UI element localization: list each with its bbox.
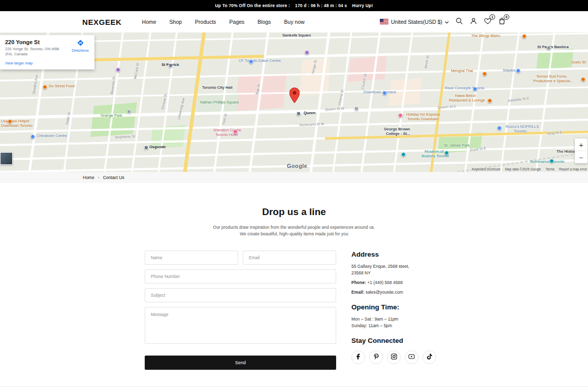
pinterest-link[interactable] [369, 350, 383, 364]
poi-pin-icon[interactable] [305, 50, 309, 55]
zoom-out-button[interactable]: − [575, 151, 587, 163]
email-label: Email: [351, 290, 365, 295]
opening-time-title: Opening Time: [351, 303, 463, 311]
poi-pin-icon[interactable] [546, 46, 551, 50]
page-title: Drop us a line [0, 206, 588, 218]
zoom-in-button[interactable]: + [575, 138, 587, 151]
poi-pin-icon[interactable] [8, 119, 12, 124]
subject-input[interactable] [145, 288, 336, 302]
phone-input[interactable] [145, 269, 336, 284]
poi-pin-icon[interactable] [233, 129, 238, 134]
address-line-1: 55 Gallaxy Enque, 2568 steet, [351, 263, 463, 270]
poi-pin-icon[interactable] [43, 85, 47, 89]
nav-home[interactable]: Home [142, 19, 156, 25]
poi-pin-icon[interactable] [516, 68, 520, 73]
nav-pages[interactable]: Pages [230, 19, 245, 25]
header: NEXGEEK Home Shop Products Pages Blogs B… [0, 11, 588, 32]
main-nav: Home Shop Products Pages Blogs Buy now [142, 19, 305, 25]
poi-pin-icon[interactable] [497, 126, 502, 130]
locale-selector[interactable]: United States(USD $) [380, 19, 449, 25]
contact-form: Send [145, 251, 336, 370]
social-links [351, 350, 463, 364]
google-logo[interactable]: Google [287, 163, 307, 169]
announcement-bar: Up To 70% Off On the entire store : 170 … [0, 0, 588, 11]
poi-pin-icon[interactable] [30, 134, 35, 139]
nav-shop[interactable]: Shop [170, 19, 182, 25]
message-textarea[interactable] [145, 307, 336, 344]
phone-line: Phone: +1 (440) 568 4568 [351, 279, 463, 286]
announcement-message: Up To 70% Off On the entire store : [215, 3, 290, 8]
facebook-link[interactable] [351, 350, 365, 364]
subtitle-line-2: We create beautiful, high–quality items … [0, 231, 588, 237]
poi-pin-icon[interactable] [487, 98, 492, 103]
poi-pin-icon[interactable] [473, 87, 477, 91]
breadcrumb-chevron-icon: › [98, 175, 100, 180]
opening-line-2: Sunday: 11am – 5pm [351, 323, 463, 329]
account-button[interactable] [470, 17, 477, 26]
cart-button[interactable]: 0 [498, 17, 506, 26]
keyboard-shortcuts-link[interactable]: Keyboard shortcuts [472, 167, 500, 171]
terms-link[interactable]: Terms [545, 167, 554, 171]
instagram-link[interactable] [387, 350, 401, 364]
transit-station-icon[interactable] [144, 146, 148, 150]
transit-station-icon[interactable] [169, 63, 173, 67]
nav-products[interactable]: Products [195, 19, 216, 25]
map-info-card: 220 Yonge St 220 Yonge St, Toronto, ON M… [0, 35, 94, 69]
poi-pin-icon[interactable] [116, 67, 120, 72]
tiktok-icon [427, 354, 432, 361]
wishlist-count-badge: 1 [489, 14, 495, 20]
poi-pin-icon[interactable] [249, 59, 253, 64]
poi-pin-icon[interactable] [549, 159, 554, 163]
poi-pin-icon[interactable] [401, 152, 406, 157]
youtube-link[interactable] [405, 350, 418, 364]
announcement-cta: Hurry Up! [352, 3, 373, 8]
poi-pin-icon[interactable] [482, 72, 487, 76]
transit-station-icon[interactable] [297, 112, 301, 116]
stay-connected-title: Stay Connected [351, 337, 463, 344]
transit-station-icon[interactable] [127, 110, 131, 114]
poi-pin-icon[interactable] [522, 34, 527, 39]
streetview-thumb[interactable] [0, 152, 13, 165]
account-icon [470, 17, 477, 26]
transit-station-icon[interactable] [354, 107, 358, 111]
search-icon [455, 17, 463, 26]
us-flag-icon [380, 19, 388, 25]
map-footer: Keyboard shortcuts Map data ©2025 Google… [472, 167, 587, 171]
opening-line-1: Mon – Sat : 9am – 11pm [351, 316, 463, 323]
tiktok-link[interactable] [422, 350, 436, 364]
email-value[interactable]: sales@yousite.com [366, 290, 403, 295]
nav-blogs[interactable]: Blogs [257, 19, 271, 25]
poi-pin-icon[interactable] [382, 91, 387, 95]
send-button[interactable]: Send [145, 356, 336, 370]
breadcrumb: Home › Contact Us [0, 172, 588, 183]
contact-info: Address 55 Gallaxy Enque, 2568 steet, 23… [351, 251, 463, 370]
map-zoom-controls: + − [575, 138, 587, 163]
directions-link[interactable]: Directions [70, 40, 90, 53]
locale-label: United States(USD $) [391, 19, 442, 25]
instagram-icon [391, 354, 397, 361]
report-error-link[interactable]: Report a map error [559, 167, 587, 171]
cart-count-badge: 0 [504, 14, 509, 20]
phone-label: Phone: [351, 280, 366, 285]
google-map[interactable]: Sankofa SquareThe Wings BistroSt Paul's … [0, 32, 588, 172]
poi-pin-icon[interactable] [581, 77, 585, 82]
breadcrumb-home[interactable]: Home [83, 175, 94, 180]
youtube-icon [408, 354, 415, 361]
logo[interactable]: NEXGEEK [82, 18, 122, 26]
red-marker-icon[interactable] [289, 87, 300, 103]
map-card-address: 220 Yonge St, Toronto, ON M5B 2H1, Canad… [5, 47, 62, 57]
poi-pin-icon[interactable] [444, 151, 449, 155]
contact-section: Drop us a line Our products draw inspira… [0, 183, 588, 370]
wishlist-button[interactable]: 1 [484, 17, 492, 26]
subtitle-line-1: Our products draw inspiration from the w… [0, 224, 588, 231]
nav-buy-now[interactable]: Buy now [284, 19, 305, 25]
name-input[interactable] [145, 251, 238, 265]
contact-row: Send Address 55 Gallaxy Enque, 2568 stee… [0, 251, 588, 370]
phone-value: +1 (440) 568 4568 [367, 280, 403, 285]
poi-pin-icon[interactable] [398, 113, 403, 118]
view-larger-map-link[interactable]: View larger map [5, 61, 32, 65]
facebook-icon [356, 354, 360, 361]
address-title: Address [351, 251, 463, 258]
search-button[interactable] [455, 17, 463, 26]
email-input[interactable] [243, 251, 336, 265]
